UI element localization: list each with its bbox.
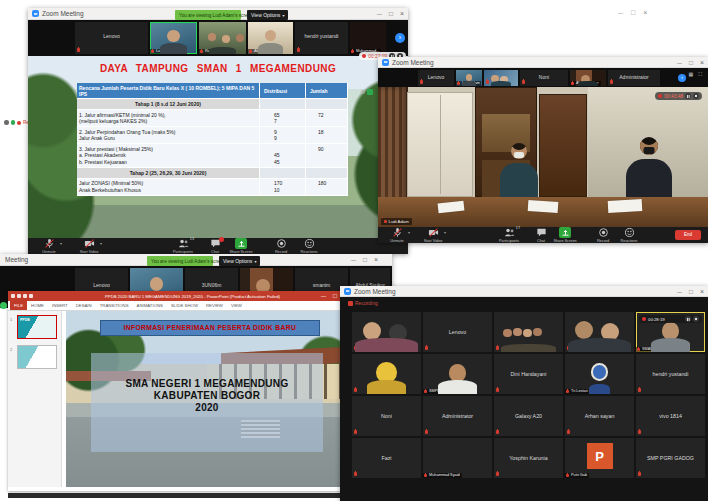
- slide-thumbnail[interactable]: PPDB: [17, 315, 57, 339]
- participant-tile[interactable]: [565, 312, 634, 352]
- toolbar-participants-button[interactable]: 17Participants: [494, 228, 524, 243]
- stop-recording-button[interactable]: [693, 93, 699, 99]
- participant-tile[interactable]: Galaxy A20: [494, 396, 563, 436]
- participant-tile[interactable]: Lenovo: [423, 312, 492, 352]
- participant-name: SMPN 3 Cisar: [423, 389, 455, 394]
- slide-thumbnail-panel[interactable]: 1 PPDB 2: [8, 311, 62, 487]
- slide-thumbnail[interactable]: [17, 345, 57, 369]
- next-participants-button[interactable]: ›: [395, 33, 405, 43]
- chevron-up-icon[interactable]: [100, 241, 102, 246]
- ribbon-tab-insert[interactable]: INSERT: [48, 301, 72, 310]
- participant-tile[interactable]: Ludi Adam: [456, 70, 482, 86]
- toolbar-reactions-button[interactable]: Reactions: [614, 228, 644, 243]
- close-icon[interactable]: [700, 287, 704, 297]
- minimize-icon[interactable]: [677, 287, 682, 297]
- toolbar-participants-button[interactable]: 13Participants: [168, 239, 198, 254]
- toolbar-unmute-button[interactable]: Unmute: [382, 228, 412, 243]
- participant-tile[interactable]: SMP PGRI GADOG: [636, 438, 705, 478]
- participant-tile[interactable]: Muhammad...: [350, 22, 386, 54]
- quick-access-toolbar[interactable]: [11, 294, 33, 298]
- participant-tile[interactable]: Administrator: [608, 70, 660, 86]
- toolbar-start-video-button[interactable]: Start Video: [74, 239, 104, 254]
- ribbon-tab-home[interactable]: HOME: [27, 301, 48, 310]
- chevron-up-icon[interactable]: [444, 230, 446, 235]
- maximize-icon[interactable]: [689, 287, 693, 297]
- chevron-up-icon[interactable]: [408, 230, 410, 235]
- maximize-icon[interactable]: [631, 9, 635, 16]
- participant-tile[interactable]: PPutri Gab: [565, 438, 634, 478]
- exit-fullscreen-icon[interactable]: [4, 120, 9, 125]
- title-bar[interactable]: Meeting You are viewing Ludi Adam's scre…: [0, 254, 392, 266]
- close-icon[interactable]: [400, 9, 404, 19]
- view-options-button[interactable]: View Options: [219, 256, 260, 266]
- toolbar-record-button[interactable]: Record: [266, 239, 296, 254]
- participant-tile[interactable]: Administrator: [423, 396, 492, 436]
- participant-tile[interactable]: hendri yustandi: [295, 22, 348, 54]
- ribbon-tab-desain[interactable]: DESAIN: [72, 301, 96, 310]
- ribbon-tab-file[interactable]: FILE: [10, 301, 27, 310]
- participant-tile[interactable]: [494, 312, 563, 352]
- participant-tile[interactable]: Noni: [352, 396, 421, 436]
- view-layout-icons[interactable]: [688, 71, 704, 78]
- participant-tile[interactable]: Muhammad Syaid: [423, 438, 492, 478]
- participant-name: Noni: [520, 74, 568, 80]
- stop-recording-button[interactable]: [693, 316, 699, 322]
- toolbar-unmute-button[interactable]: Unmute: [34, 239, 64, 254]
- end-meeting-button[interactable]: End: [675, 230, 701, 240]
- minimize-icon[interactable]: [377, 9, 382, 19]
- participant-tile[interactable]: [484, 70, 518, 86]
- maximize-icon[interactable]: [333, 291, 337, 301]
- participant-tile[interactable]: hendri yustandi: [636, 354, 705, 394]
- minimize-icon[interactable]: [677, 58, 682, 68]
- next-participants-button[interactable]: ›: [678, 74, 686, 82]
- minimize-icon[interactable]: [321, 291, 326, 301]
- participant-tile[interactable]: Lenovo: [418, 70, 454, 86]
- close-icon[interactable]: [374, 255, 378, 265]
- minimize-icon[interactable]: [351, 255, 356, 265]
- participant-tile[interactable]: Rayhan976: [199, 22, 246, 54]
- close-icon[interactable]: [643, 9, 647, 16]
- title-bar[interactable]: Zoom Meeting: [340, 286, 708, 297]
- ribbon-tab-view[interactable]: VIEW: [227, 301, 246, 310]
- participant-tile[interactable]: [352, 354, 421, 394]
- background-window-controls[interactable]: [618, 9, 647, 16]
- toolbar-share-screen-button[interactable]: Share Screen: [226, 239, 256, 254]
- participant-tile[interactable]: Ludi Adam: [150, 22, 197, 54]
- title-bar[interactable]: Zoom Meeting You are viewing Ludi Adam's…: [28, 8, 408, 20]
- close-icon[interactable]: [700, 58, 704, 68]
- toolbar-reactions-button[interactable]: Reactions: [294, 239, 324, 254]
- maximize-icon[interactable]: [689, 58, 693, 68]
- participant-tile[interactable]: Dini Handayani: [494, 354, 563, 394]
- participant-tile[interactable]: Abdul Syukur: [248, 22, 293, 54]
- participant-tile[interactable]: Abdul Syukur: [570, 70, 606, 86]
- gear-icon[interactable]: ⚙: [360, 88, 365, 95]
- toolbar-start-video-button[interactable]: Start Video: [418, 228, 448, 243]
- participant-tile[interactable]: SMPN 3 Cisar: [423, 354, 492, 394]
- participant-tile[interactable]: vivo 1814: [636, 396, 705, 436]
- ribbon-tab-transitions[interactable]: TRANSITIONS: [96, 301, 133, 310]
- participant-tile[interactable]: Arhan sayan: [565, 396, 634, 436]
- participant-tile[interactable]: Yosphin Karunia: [494, 438, 563, 478]
- participant-tile[interactable]: Lenovo: [75, 22, 148, 54]
- participant-tile[interactable]: Fazi: [352, 438, 421, 478]
- participant-tile[interactable]: Noni: [520, 70, 568, 86]
- toolbar-label: Reactions: [614, 239, 644, 243]
- powerpoint-title-bar[interactable]: PPDB 2020 BARU 1 MEGAMENDUNG 2019_2020 -…: [8, 291, 352, 301]
- participant-tile[interactable]: [352, 312, 421, 352]
- ribbon-tab-slide-show[interactable]: SLIDE SHOW: [167, 301, 202, 310]
- maximize-icon[interactable]: [363, 255, 367, 265]
- toolbar-share-screen-button[interactable]: Share Screen: [550, 228, 580, 243]
- chevron-up-icon[interactable]: [60, 241, 62, 246]
- view-options-button[interactable]: View Options: [247, 10, 288, 20]
- title-bar[interactable]: Zoom Meeting: [378, 57, 708, 68]
- ribbon-tab-animations[interactable]: ANIMATIONS: [133, 301, 167, 310]
- participant-tile[interactable]: 00:28:19SMAN 1 MGM: [636, 312, 705, 352]
- minimize-icon[interactable]: [618, 9, 623, 16]
- pause-recording-button[interactable]: [685, 93, 691, 99]
- participant-tile[interactable]: Tri Lestari: [565, 354, 634, 394]
- maximize-icon[interactable]: [389, 9, 393, 19]
- ribbon-tab-review[interactable]: REVIEW: [202, 301, 227, 310]
- pause-recording-button[interactable]: [685, 316, 691, 322]
- room-video[interactable]: 00:43:48 Ludi Adam: [378, 87, 708, 227]
- share-screen-icon: [235, 238, 247, 249]
